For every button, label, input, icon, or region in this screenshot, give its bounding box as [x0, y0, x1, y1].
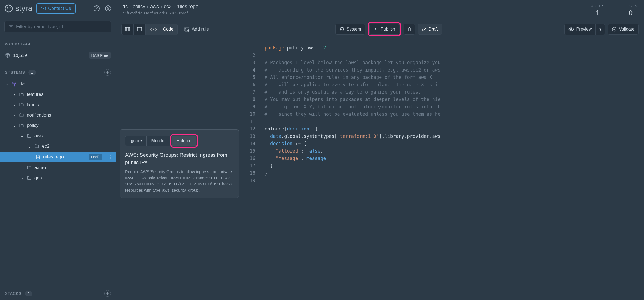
folder-icon [34, 144, 39, 149]
shield-icon [5, 53, 10, 58]
validate-button[interactable]: Validate [608, 24, 639, 35]
chevron-right-icon: › [20, 165, 24, 170]
chevron-right-icon: › [13, 92, 16, 97]
eye-icon [568, 27, 574, 31]
help-icon[interactable] [93, 5, 100, 12]
chevron-down-icon: ⌄ [13, 123, 16, 128]
stacks-label: STACKS 0 + [0, 287, 116, 300]
logo: styra [4, 4, 32, 13]
enforce-highlight: Enforce [170, 134, 198, 148]
tree-policy[interactable]: ⌄ policy [0, 120, 116, 131]
tree-rules-rego[interactable]: rules.rego Draft ⋮ [0, 152, 116, 162]
tree-notifications[interactable]: › notifications [0, 110, 116, 120]
line-gutter: 12345678910111213141516171819 [243, 39, 259, 300]
sidebar-header: styra Contact Us [0, 0, 116, 17]
search-input[interactable] [16, 24, 107, 29]
workspace-label: WORKSPACE [0, 38, 116, 49]
view-rows-button[interactable] [133, 24, 145, 35]
toolbar: </> Code Add rule System Publish [116, 19, 644, 39]
rule-card: Ignore Monitor Enforce ⋮ AWS: Security G… [120, 129, 239, 198]
file-icon [35, 155, 40, 159]
rule-mode-monitor[interactable]: Monitor [147, 136, 170, 146]
rule-mode-ignore[interactable]: Ignore [125, 136, 147, 146]
code-content[interactable]: package policy.aws.ec2 # Packages 1 leve… [259, 39, 644, 300]
publish-highlight: Publish [368, 22, 401, 36]
rule-description: Require AWS/Security Groups to allow ing… [125, 169, 234, 193]
svg-point-6 [107, 7, 109, 8]
stat-tests: TESTS 0 [624, 4, 637, 17]
svg-point-10 [571, 29, 572, 30]
folder-icon [27, 165, 32, 170]
add-rule-icon [184, 26, 190, 32]
trash-icon [407, 27, 412, 32]
rows-icon [137, 27, 142, 31]
systems-label: SYSTEMS 1 + [0, 66, 116, 79]
svg-rect-7 [125, 27, 130, 31]
tree-labels[interactable]: › labels [0, 100, 116, 110]
contact-us-button[interactable]: Contact Us [36, 3, 76, 14]
rule-panel: Ignore Monitor Enforce ⋮ AWS: Security G… [116, 39, 243, 300]
user-icon[interactable] [105, 5, 111, 12]
code-editor[interactable]: 12345678910111213141516171819 package po… [243, 39, 644, 300]
add-system-button[interactable]: + [104, 69, 111, 76]
tree-ec2[interactable]: ⌄ ec2 [0, 141, 116, 152]
preview-button[interactable]: Preview [564, 24, 596, 35]
item-more-button[interactable]: ⋮ [105, 154, 116, 160]
draft-button[interactable]: Draft [418, 24, 442, 35]
logo-icon [4, 4, 13, 13]
search-box[interactable] [4, 21, 111, 32]
svg-point-0 [5, 5, 12, 12]
folder-icon [27, 176, 32, 180]
system-tfc[interactable]: ⌄ tfc [0, 79, 116, 89]
mail-icon [41, 7, 46, 10]
rule-title: AWS: Security Groups: Restrict Ingress f… [125, 152, 234, 166]
folder-icon [27, 133, 32, 138]
add-rule-button[interactable]: Add rule [180, 24, 213, 35]
main: tfc›policy›aws›ec2›rules.rego c4f8cfdf7f… [116, 0, 644, 300]
chevron-down-icon: ⌄ [20, 134, 24, 138]
rule-mode-enforce[interactable]: Enforce [172, 136, 196, 146]
folder-icon [19, 102, 24, 107]
terraform-icon [11, 81, 17, 87]
add-stack-button[interactable]: + [104, 290, 111, 297]
preview-dropdown-button[interactable]: ▾ [596, 24, 605, 35]
chevron-down-icon: ⌄ [28, 144, 32, 148]
columns-icon [125, 27, 130, 31]
plan-badge: DAS Free [89, 52, 111, 59]
publish-icon [374, 27, 378, 32]
svg-point-1 [7, 7, 8, 9]
stat-rules: RULES 1 [591, 4, 605, 17]
folder-icon [19, 123, 24, 128]
card-more-button[interactable]: ⋮ [228, 138, 234, 144]
svg-point-11 [612, 27, 616, 31]
tree-features[interactable]: › features [0, 89, 116, 100]
system-button[interactable]: System [335, 24, 365, 35]
chevron-right-icon: › [20, 176, 24, 180]
svg-rect-3 [41, 7, 46, 10]
commit-hash: c4f8cfdf7fa84acf8e6ed105483924af [123, 11, 198, 15]
draft-badge: Draft [89, 154, 102, 160]
filter-icon [8, 25, 13, 29]
brand-text: styra [15, 4, 32, 13]
chevron-down-icon: ⌄ [5, 82, 9, 86]
chevron-down-icon: ▾ [599, 27, 601, 32]
delete-button[interactable] [404, 24, 415, 35]
folder-icon [19, 113, 24, 118]
stacks-count: 0 [25, 291, 32, 296]
tree-azure[interactable]: › azure [0, 162, 116, 173]
folder-icon [19, 92, 24, 97]
systems-count: 1 [28, 70, 36, 75]
workspace-item[interactable]: 1oj519 DAS Free [0, 49, 116, 61]
tree-gcp[interactable]: › gcp [0, 173, 116, 183]
svg-point-2 [10, 7, 11, 9]
chevron-right-icon: › [13, 113, 16, 117]
sidebar: styra Contact Us WORKSPACE 1oj519 DAS [0, 0, 116, 300]
check-circle-icon [612, 27, 617, 32]
tree-aws[interactable]: ⌄ aws [0, 131, 116, 141]
pencil-icon [422, 27, 426, 31]
view-code-button[interactable]: </> Code [145, 24, 178, 35]
chevron-right-icon: › [13, 103, 16, 107]
view-columns-button[interactable] [121, 24, 133, 35]
breadcrumb: tfc›policy›aws›ec2›rules.rego [123, 4, 198, 10]
publish-button[interactable]: Publish [369, 24, 399, 35]
